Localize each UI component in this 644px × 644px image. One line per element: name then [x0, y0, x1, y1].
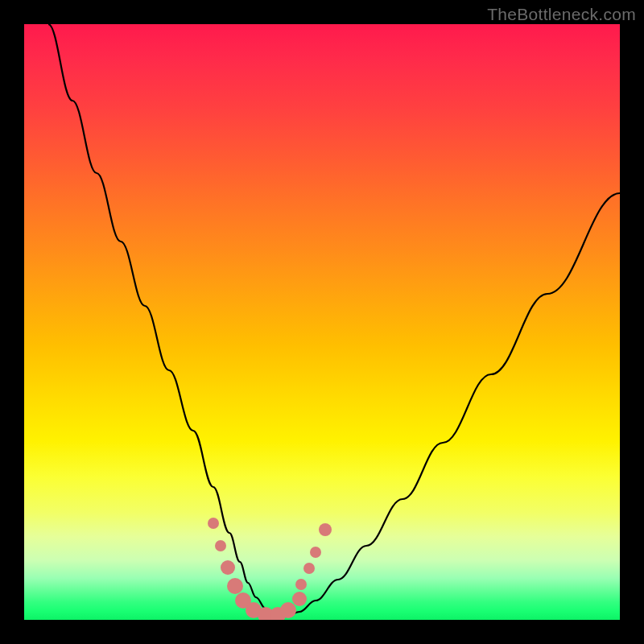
highlight-dot — [303, 563, 315, 574]
highlight-dot — [215, 540, 226, 551]
curve-svg — [24, 24, 620, 620]
highlight-dot — [319, 523, 332, 536]
highlight-dot — [208, 518, 219, 529]
highlight-dot — [295, 579, 307, 590]
highlight-dot — [227, 578, 243, 594]
highlight-dot — [280, 602, 296, 618]
bottleneck-curve — [48, 24, 620, 617]
chart-frame: TheBottleneck.com — [0, 0, 644, 644]
highlight-dot — [221, 560, 235, 575]
watermark-text: TheBottleneck.com — [487, 5, 636, 24]
plot-area — [24, 24, 620, 620]
highlight-dot — [292, 592, 307, 606]
highlight-dot — [310, 547, 321, 558]
highlight-dots — [208, 518, 332, 620]
